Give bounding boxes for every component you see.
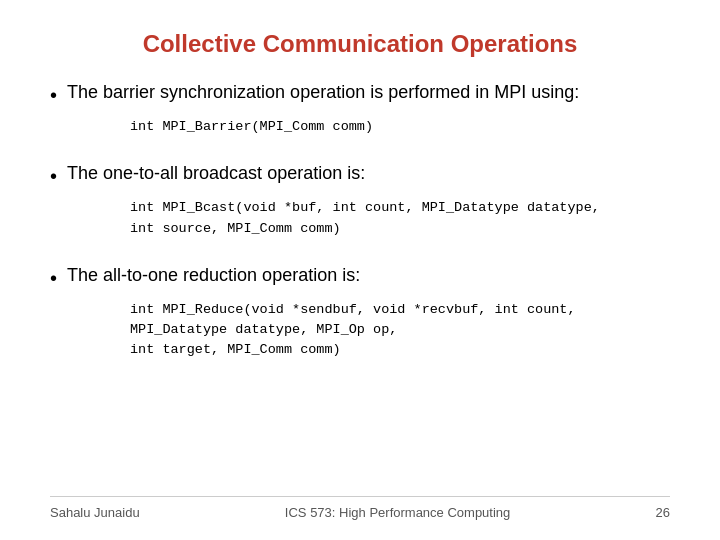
content-area: • The barrier synchronization operation … xyxy=(50,80,670,496)
code-bcast: int MPI_Bcast(void *buf, int count, MPI_… xyxy=(130,198,670,239)
bullet-text-3: The all-to-one reduction operation is: xyxy=(67,263,670,288)
bullet-item-2: • The one-to-all broadcast operation is: xyxy=(50,161,670,190)
code-bcast-line-1: int MPI_Bcast(void *buf, int count, MPI_… xyxy=(130,198,670,218)
code-barrier: int MPI_Barrier(MPI_Comm comm) xyxy=(130,117,670,137)
footer-page: 26 xyxy=(656,505,670,520)
bullet-text-2: The one-to-all broadcast operation is: xyxy=(67,161,670,186)
bullet-text-1: The barrier synchronization operation is… xyxy=(67,80,670,105)
code-reduce-line-1: int MPI_Reduce(void *sendbuf, void *recv… xyxy=(130,300,670,320)
footer-course: ICS 573: High Performance Computing xyxy=(285,505,510,520)
slide-title: Collective Communication Operations xyxy=(50,30,670,58)
footer: Sahalu Junaidu ICS 573: High Performance… xyxy=(50,496,670,520)
bullet-dot-3: • xyxy=(50,264,57,292)
bullet-item-1: • The barrier synchronization operation … xyxy=(50,80,670,109)
slide: Collective Communication Operations • Th… xyxy=(0,0,720,540)
code-reduce-line-3: int target, MPI_Comm comm) xyxy=(130,340,670,360)
code-reduce-line-2: MPI_Datatype datatype, MPI_Op op, xyxy=(130,320,670,340)
bullet-dot-2: • xyxy=(50,162,57,190)
section-bcast: • The one-to-all broadcast operation is:… xyxy=(50,161,670,253)
bullet-item-3: • The all-to-one reduction operation is: xyxy=(50,263,670,292)
bullet-dot-1: • xyxy=(50,81,57,109)
section-barrier: • The barrier synchronization operation … xyxy=(50,80,670,151)
code-bcast-line-2: int source, MPI_Comm comm) xyxy=(130,219,670,239)
section-reduce: • The all-to-one reduction operation is:… xyxy=(50,263,670,375)
code-reduce: int MPI_Reduce(void *sendbuf, void *recv… xyxy=(130,300,670,361)
footer-author: Sahalu Junaidu xyxy=(50,505,140,520)
